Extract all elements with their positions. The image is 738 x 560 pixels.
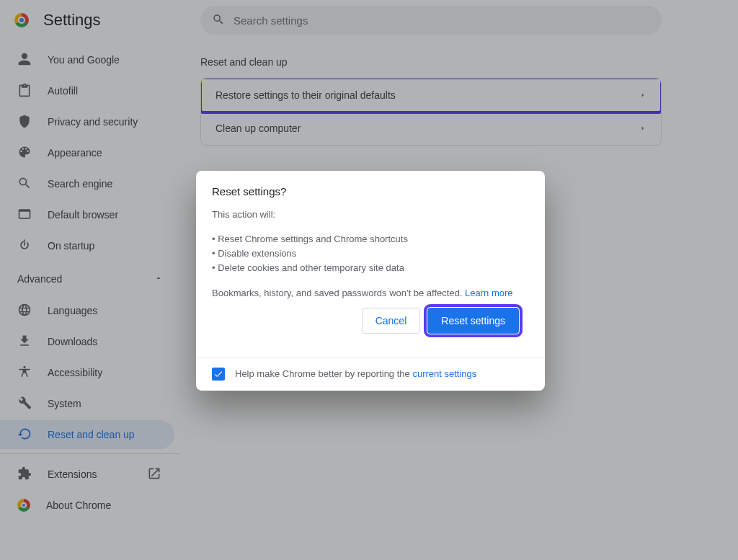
current-settings-link[interactable]: current settings: [412, 368, 476, 379]
dialog-bullet: Disable extensions: [218, 248, 296, 259]
dialog-intro: This action will:: [212, 208, 529, 222]
dialog-footer-text: Help make Chrome better by reporting the…: [235, 368, 476, 379]
dialog-bullets: • Reset Chrome settings and Chrome short…: [212, 232, 529, 275]
report-settings-checkbox[interactable]: [212, 368, 225, 381]
dialog-bullet: Delete cookies and other temporary site …: [218, 262, 404, 273]
cancel-button[interactable]: Cancel: [362, 308, 421, 334]
dialog-note: Bookmarks, history, and saved passwords …: [212, 288, 465, 298]
learn-more-link[interactable]: Learn more: [465, 288, 512, 298]
dialog-title: Reset settings?: [212, 185, 529, 197]
dialog-bullet: Reset Chrome settings and Chrome shortcu…: [218, 234, 408, 244]
reset-settings-dialog: Reset settings? This action will: • Rese…: [196, 171, 545, 391]
reset-settings-button[interactable]: Reset settings: [427, 308, 519, 334]
